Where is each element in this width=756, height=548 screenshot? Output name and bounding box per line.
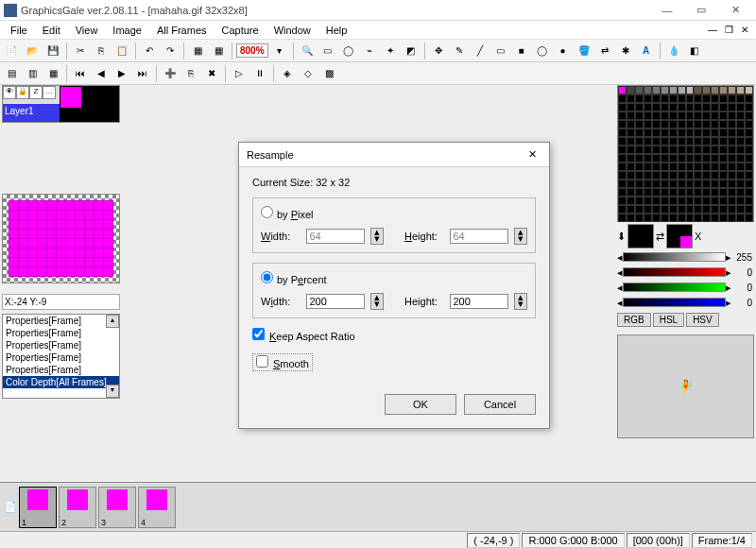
tab-rgb[interactable]: RGB (617, 313, 651, 327)
minimize-button[interactable]: — (650, 1, 684, 20)
layer-lock-icon[interactable]: 🔒 (16, 86, 29, 99)
fillellipse-icon[interactable]: ● (554, 42, 573, 60)
scroll-up-icon[interactable]: ▴ (106, 315, 119, 328)
pixel-height-input[interactable] (450, 229, 508, 244)
frame-del-icon[interactable]: ✖ (202, 64, 221, 83)
cancel-button[interactable]: Cancel (464, 394, 536, 415)
fill-icon[interactable]: 🪣 (575, 42, 593, 60)
rect-icon[interactable]: ▭ (491, 42, 510, 60)
spray-icon[interactable]: ✱ (616, 42, 635, 60)
g-slider[interactable]: ◂▸0 (617, 281, 754, 294)
prev-frame-icon[interactable]: ◀ (92, 64, 111, 83)
radio-by-pixel[interactable] (261, 206, 273, 218)
mdi-restore[interactable]: ❐ (721, 23, 737, 37)
history-item[interactable]: Properties[Frame] (3, 327, 119, 339)
first-frame-icon[interactable]: ⏮ (71, 64, 90, 83)
layer-thumbnail[interactable] (60, 87, 81, 108)
play-icon[interactable]: ▷ (230, 64, 249, 83)
frame-dup-icon[interactable]: ⎘ (181, 64, 200, 83)
next-frame-icon[interactable]: ▶ (112, 64, 131, 83)
layer-del-icon[interactable]: ▦ (43, 64, 62, 83)
color-icon[interactable]: ◧ (685, 42, 704, 60)
history-item[interactable]: Properties[Frame] (3, 351, 119, 364)
undo-icon[interactable]: ↶ (140, 42, 159, 60)
eyedrop-icon[interactable]: 💧 (664, 42, 683, 60)
copy-icon[interactable]: ⎘ (92, 42, 111, 60)
swatch-x[interactable]: X (695, 231, 701, 242)
frame-thumb[interactable]: 4 (138, 487, 176, 528)
fillrect-icon[interactable]: ■ (512, 42, 531, 60)
grid2-icon[interactable]: ▦ (209, 42, 228, 60)
grid-icon[interactable]: ▦ (188, 42, 207, 60)
bg-swatch[interactable] (666, 224, 693, 248)
menu-allframes[interactable]: All Frames (150, 23, 214, 38)
smooth-checkbox[interactable] (256, 355, 268, 368)
swatch-prev-icon[interactable]: ⬇ (617, 231, 626, 243)
menu-capture[interactable]: Capture (215, 23, 266, 38)
pixel-width-input[interactable] (306, 229, 365, 244)
b-slider[interactable]: ◂▸0 (617, 296, 754, 309)
mdi-close[interactable]: ✕ (737, 23, 752, 37)
radio-by-percent[interactable] (261, 271, 273, 283)
r-slider[interactable]: ◂▸0 (617, 265, 754, 279)
layer-dup-icon[interactable]: ▥ (23, 64, 42, 83)
lasso-icon[interactable]: ⌁ (360, 42, 379, 60)
zoom-dropdown-icon[interactable]: ▾ (270, 42, 289, 60)
wand-icon[interactable]: ✦ (381, 42, 400, 60)
ellipse-icon[interactable]: ◯ (533, 42, 552, 60)
percent-width-input[interactable] (306, 294, 365, 309)
menu-edit[interactable]: Edit (36, 23, 67, 38)
close-button[interactable]: ✕ (718, 1, 752, 20)
history-item[interactable]: Properties[Frame] (3, 364, 119, 376)
colorsel-icon[interactable]: ◩ (402, 42, 421, 60)
history-item-selected[interactable]: Color Depth[All Frames] (3, 376, 119, 388)
zoom-level[interactable]: 800% (236, 43, 268, 58)
pencil-icon[interactable]: ✎ (450, 42, 469, 60)
color-palette[interactable] (617, 85, 754, 222)
redo-icon[interactable]: ↷ (161, 42, 180, 60)
trans-icon[interactable]: ◇ (299, 64, 318, 83)
menu-file[interactable]: File (4, 23, 34, 38)
frame-thumb[interactable]: 2 (59, 487, 96, 528)
history-item[interactable]: Properties[Frame] (3, 339, 119, 351)
scroll-down-icon[interactable]: ▾ (106, 385, 119, 398)
last-frame-icon[interactable]: ⏭ (133, 64, 152, 83)
zoomtool-icon[interactable]: 🔍 (298, 42, 317, 60)
mdi-minimize[interactable]: — (704, 23, 721, 37)
tab-hsv[interactable]: HSV (686, 313, 719, 327)
onion-icon[interactable]: ◈ (278, 64, 297, 83)
spinner-icon[interactable]: ▴▾ (514, 293, 527, 310)
text-icon[interactable]: A (637, 42, 656, 60)
tab-hsl[interactable]: HSL (653, 313, 684, 327)
paste-icon[interactable]: 📋 (112, 42, 131, 60)
bg-icon[interactable]: ▩ (319, 64, 338, 83)
layer-label[interactable]: Layer1 (3, 104, 60, 123)
spinner-icon[interactable]: ▴▾ (370, 228, 384, 245)
save-icon[interactable]: 💾 (43, 42, 62, 60)
layer-more-icon[interactable]: … (43, 86, 56, 99)
layer-add-icon[interactable]: ▤ (2, 64, 21, 83)
replace-icon[interactable]: ⇄ (595, 42, 614, 60)
layer-z-icon[interactable]: Z (29, 86, 43, 99)
menu-image[interactable]: Image (106, 23, 148, 38)
maximize-button[interactable]: ▭ (684, 1, 718, 20)
spinner-icon[interactable]: ▴▾ (370, 293, 384, 310)
frame-thumb[interactable]: 3 (98, 487, 136, 528)
new-icon[interactable]: 📄 (2, 42, 21, 60)
swap-icon[interactable]: ⇄ (656, 231, 664, 243)
ok-button[interactable]: OK (385, 394, 456, 415)
history-item[interactable]: Properties[Frame] (3, 315, 119, 327)
pause-icon[interactable]: ⏸ (250, 64, 269, 83)
spinner-icon[interactable]: ▴▾ (514, 228, 527, 245)
timeline-new-icon[interactable]: 📄 (2, 501, 19, 513)
keep-aspect-checkbox[interactable] (252, 328, 265, 340)
move-icon[interactable]: ✥ (429, 42, 448, 60)
layer-vis-icon[interactable]: 👁 (3, 86, 16, 99)
dialog-close-icon[interactable]: ✕ (523, 148, 541, 161)
percent-height-input[interactable] (450, 294, 508, 309)
value-slider[interactable]: ◂▸ 255 (617, 250, 754, 264)
open-icon[interactable]: 📂 (23, 42, 42, 60)
frame-thumb[interactable]: 1 (19, 487, 57, 528)
frame-add-icon[interactable]: ➕ (161, 64, 180, 83)
select-rect-icon[interactable]: ▭ (318, 42, 337, 60)
